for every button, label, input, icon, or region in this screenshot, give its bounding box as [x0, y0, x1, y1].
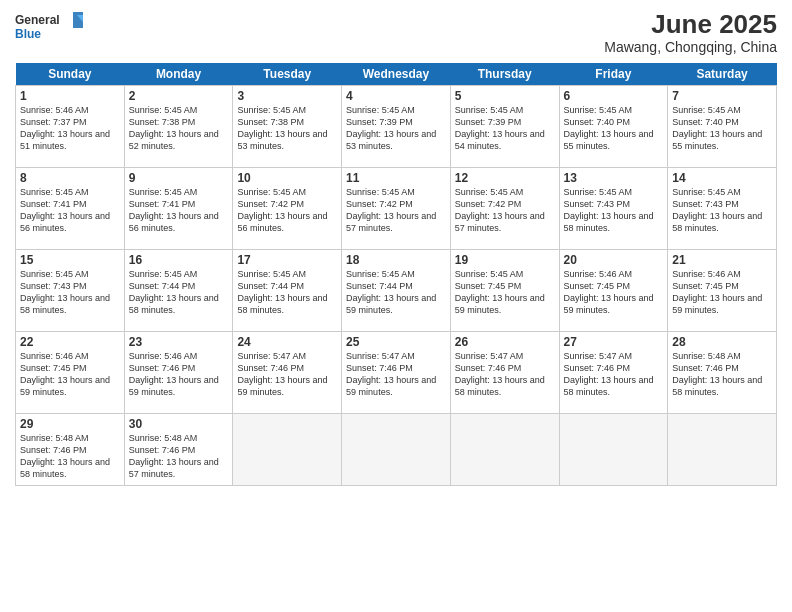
- cell-content: Sunrise: 5:45 AMSunset: 7:43 PMDaylight:…: [564, 187, 654, 233]
- day-number: 17: [237, 253, 337, 267]
- cell-content: Sunrise: 5:45 AMSunset: 7:39 PMDaylight:…: [346, 105, 436, 151]
- day-cell: 2Sunrise: 5:45 AMSunset: 7:38 PMDaylight…: [124, 85, 233, 167]
- calendar-subtitle: Mawang, Chongqing, China: [604, 39, 777, 55]
- week-row-3: 22Sunrise: 5:46 AMSunset: 7:45 PMDayligh…: [16, 331, 777, 413]
- day-cell: 10Sunrise: 5:45 AMSunset: 7:42 PMDayligh…: [233, 167, 342, 249]
- day-number: 5: [455, 89, 555, 103]
- cell-content: Sunrise: 5:45 AMSunset: 7:43 PMDaylight:…: [20, 269, 110, 315]
- cell-content: Sunrise: 5:45 AMSunset: 7:41 PMDaylight:…: [20, 187, 110, 233]
- cell-content: Sunrise: 5:45 AMSunset: 7:44 PMDaylight:…: [129, 269, 219, 315]
- day-cell: 12Sunrise: 5:45 AMSunset: 7:42 PMDayligh…: [450, 167, 559, 249]
- week-row-0: 1Sunrise: 5:46 AMSunset: 7:37 PMDaylight…: [16, 85, 777, 167]
- day-number: 7: [672, 89, 772, 103]
- cell-content: Sunrise: 5:45 AMSunset: 7:43 PMDaylight:…: [672, 187, 762, 233]
- cell-content: Sunrise: 5:47 AMSunset: 7:46 PMDaylight:…: [564, 351, 654, 397]
- day-number: 23: [129, 335, 229, 349]
- day-cell: 22Sunrise: 5:46 AMSunset: 7:45 PMDayligh…: [16, 331, 125, 413]
- day-cell: 6Sunrise: 5:45 AMSunset: 7:40 PMDaylight…: [559, 85, 668, 167]
- day-number: 16: [129, 253, 229, 267]
- day-number: 19: [455, 253, 555, 267]
- day-number: 9: [129, 171, 229, 185]
- day-cell: 13Sunrise: 5:45 AMSunset: 7:43 PMDayligh…: [559, 167, 668, 249]
- col-monday: Monday: [124, 63, 233, 86]
- day-cell: 11Sunrise: 5:45 AMSunset: 7:42 PMDayligh…: [342, 167, 451, 249]
- day-cell: 17Sunrise: 5:45 AMSunset: 7:44 PMDayligh…: [233, 249, 342, 331]
- title-block: June 2025 Mawang, Chongqing, China: [604, 10, 777, 55]
- cell-content: Sunrise: 5:47 AMSunset: 7:46 PMDaylight:…: [455, 351, 545, 397]
- day-number: 27: [564, 335, 664, 349]
- day-cell: 7Sunrise: 5:45 AMSunset: 7:40 PMDaylight…: [668, 85, 777, 167]
- week-row-2: 15Sunrise: 5:45 AMSunset: 7:43 PMDayligh…: [16, 249, 777, 331]
- day-cell: [450, 413, 559, 485]
- day-number: 25: [346, 335, 446, 349]
- header-row: Sunday Monday Tuesday Wednesday Thursday…: [16, 63, 777, 86]
- cell-content: Sunrise: 5:45 AMSunset: 7:44 PMDaylight:…: [237, 269, 327, 315]
- svg-text:Blue: Blue: [15, 27, 41, 41]
- col-saturday: Saturday: [668, 63, 777, 86]
- cell-content: Sunrise: 5:46 AMSunset: 7:45 PMDaylight:…: [20, 351, 110, 397]
- cell-content: Sunrise: 5:45 AMSunset: 7:42 PMDaylight:…: [346, 187, 436, 233]
- day-cell: 20Sunrise: 5:46 AMSunset: 7:45 PMDayligh…: [559, 249, 668, 331]
- day-cell: 28Sunrise: 5:48 AMSunset: 7:46 PMDayligh…: [668, 331, 777, 413]
- day-cell: 9Sunrise: 5:45 AMSunset: 7:41 PMDaylight…: [124, 167, 233, 249]
- logo: General Blue: [15, 10, 85, 46]
- cell-content: Sunrise: 5:47 AMSunset: 7:46 PMDaylight:…: [237, 351, 327, 397]
- calendar-title: June 2025: [604, 10, 777, 39]
- cell-content: Sunrise: 5:46 AMSunset: 7:45 PMDaylight:…: [564, 269, 654, 315]
- day-number: 21: [672, 253, 772, 267]
- col-wednesday: Wednesday: [342, 63, 451, 86]
- day-number: 30: [129, 417, 229, 431]
- calendar-table: Sunday Monday Tuesday Wednesday Thursday…: [15, 63, 777, 486]
- cell-content: Sunrise: 5:45 AMSunset: 7:41 PMDaylight:…: [129, 187, 219, 233]
- day-number: 26: [455, 335, 555, 349]
- day-number: 15: [20, 253, 120, 267]
- day-cell: [342, 413, 451, 485]
- day-number: 14: [672, 171, 772, 185]
- cell-content: Sunrise: 5:45 AMSunset: 7:40 PMDaylight:…: [564, 105, 654, 151]
- cell-content: Sunrise: 5:46 AMSunset: 7:46 PMDaylight:…: [129, 351, 219, 397]
- svg-text:General: General: [15, 13, 60, 27]
- cell-content: Sunrise: 5:45 AMSunset: 7:40 PMDaylight:…: [672, 105, 762, 151]
- week-row-4: 29Sunrise: 5:48 AMSunset: 7:46 PMDayligh…: [16, 413, 777, 485]
- day-number: 1: [20, 89, 120, 103]
- day-cell: 18Sunrise: 5:45 AMSunset: 7:44 PMDayligh…: [342, 249, 451, 331]
- cell-content: Sunrise: 5:46 AMSunset: 7:45 PMDaylight:…: [672, 269, 762, 315]
- logo-svg: General Blue: [15, 10, 85, 46]
- day-cell: 19Sunrise: 5:45 AMSunset: 7:45 PMDayligh…: [450, 249, 559, 331]
- cell-content: Sunrise: 5:45 AMSunset: 7:42 PMDaylight:…: [455, 187, 545, 233]
- day-cell: 15Sunrise: 5:45 AMSunset: 7:43 PMDayligh…: [16, 249, 125, 331]
- cell-content: Sunrise: 5:48 AMSunset: 7:46 PMDaylight:…: [672, 351, 762, 397]
- day-cell: 3Sunrise: 5:45 AMSunset: 7:38 PMDaylight…: [233, 85, 342, 167]
- day-cell: 26Sunrise: 5:47 AMSunset: 7:46 PMDayligh…: [450, 331, 559, 413]
- day-number: 3: [237, 89, 337, 103]
- cell-content: Sunrise: 5:45 AMSunset: 7:45 PMDaylight:…: [455, 269, 545, 315]
- day-number: 24: [237, 335, 337, 349]
- cell-content: Sunrise: 5:46 AMSunset: 7:37 PMDaylight:…: [20, 105, 110, 151]
- day-cell: [233, 413, 342, 485]
- day-cell: 29Sunrise: 5:48 AMSunset: 7:46 PMDayligh…: [16, 413, 125, 485]
- day-cell: 14Sunrise: 5:45 AMSunset: 7:43 PMDayligh…: [668, 167, 777, 249]
- day-number: 8: [20, 171, 120, 185]
- day-number: 28: [672, 335, 772, 349]
- day-number: 2: [129, 89, 229, 103]
- day-number: 13: [564, 171, 664, 185]
- cell-content: Sunrise: 5:48 AMSunset: 7:46 PMDaylight:…: [20, 433, 110, 479]
- day-cell: 16Sunrise: 5:45 AMSunset: 7:44 PMDayligh…: [124, 249, 233, 331]
- day-number: 6: [564, 89, 664, 103]
- day-cell: 25Sunrise: 5:47 AMSunset: 7:46 PMDayligh…: [342, 331, 451, 413]
- day-number: 20: [564, 253, 664, 267]
- cell-content: Sunrise: 5:45 AMSunset: 7:38 PMDaylight:…: [129, 105, 219, 151]
- cell-content: Sunrise: 5:45 AMSunset: 7:39 PMDaylight:…: [455, 105, 545, 151]
- day-cell: 4Sunrise: 5:45 AMSunset: 7:39 PMDaylight…: [342, 85, 451, 167]
- col-thursday: Thursday: [450, 63, 559, 86]
- day-number: 12: [455, 171, 555, 185]
- day-cell: 5Sunrise: 5:45 AMSunset: 7:39 PMDaylight…: [450, 85, 559, 167]
- cell-content: Sunrise: 5:45 AMSunset: 7:38 PMDaylight:…: [237, 105, 327, 151]
- day-cell: [559, 413, 668, 485]
- day-number: 4: [346, 89, 446, 103]
- col-tuesday: Tuesday: [233, 63, 342, 86]
- cell-content: Sunrise: 5:45 AMSunset: 7:44 PMDaylight:…: [346, 269, 436, 315]
- col-friday: Friday: [559, 63, 668, 86]
- day-cell: 23Sunrise: 5:46 AMSunset: 7:46 PMDayligh…: [124, 331, 233, 413]
- day-number: 11: [346, 171, 446, 185]
